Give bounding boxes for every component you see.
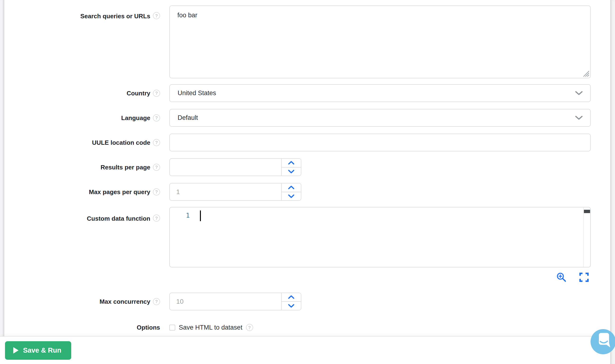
options-label: Options bbox=[137, 324, 160, 331]
help-icon[interactable]: ? bbox=[153, 215, 160, 222]
country-select-value: United States bbox=[178, 90, 216, 97]
chevron-down-icon bbox=[288, 170, 294, 173]
help-icon[interactable]: ? bbox=[153, 12, 160, 19]
stepper-down-button[interactable] bbox=[282, 192, 301, 200]
code-editor[interactable]: 1 bbox=[169, 207, 591, 267]
results-per-page-value[interactable] bbox=[170, 159, 282, 176]
field-row-results-per-page: Results per page ? bbox=[4, 158, 610, 176]
country-select[interactable]: United States bbox=[169, 84, 591, 102]
stepper-down-button[interactable] bbox=[282, 301, 301, 310]
results-per-page-input bbox=[169, 158, 301, 176]
help-icon[interactable]: ? bbox=[153, 298, 160, 305]
help-icon[interactable]: ? bbox=[153, 90, 160, 97]
zoom-in-button[interactable] bbox=[556, 272, 567, 283]
chat-launcher-button[interactable] bbox=[590, 329, 615, 354]
field-row-custom-data-function: Custom data function ? 1 bbox=[4, 207, 610, 293]
chevron-down-icon bbox=[575, 116, 583, 120]
play-icon bbox=[13, 347, 18, 353]
save-html-checkbox[interactable] bbox=[169, 325, 175, 331]
max-pages-value[interactable]: 1 bbox=[170, 183, 282, 200]
custom-data-function-label: Custom data function bbox=[87, 215, 150, 222]
results-per-page-label: Results per page bbox=[100, 163, 150, 171]
actor-input-form-page: Search queries or URLs ? foo bar bbox=[0, 0, 615, 364]
chevron-up-icon bbox=[288, 161, 294, 165]
uule-label: UULE location code bbox=[92, 139, 150, 147]
resize-handle-icon[interactable] bbox=[582, 70, 589, 77]
field-row-language: Language ? Default bbox=[4, 109, 610, 127]
text-cursor bbox=[200, 210, 201, 221]
field-row-country: Country ? United States bbox=[4, 84, 610, 102]
search-queries-textarea[interactable]: foo bar bbox=[169, 5, 591, 78]
minimap-content-bar bbox=[584, 210, 590, 213]
stepper-up-button[interactable] bbox=[282, 183, 301, 192]
input-form-card: Search queries or URLs ? foo bar bbox=[4, 0, 610, 336]
action-bar: Save & Run bbox=[0, 336, 615, 364]
minimap-divider bbox=[583, 208, 584, 267]
page-left-gutter bbox=[0, 0, 4, 336]
zoom-in-icon bbox=[556, 272, 567, 283]
max-pages-input: 1 bbox=[169, 183, 301, 201]
field-row-max-pages: Max pages per query ? 1 bbox=[4, 183, 610, 201]
help-icon[interactable]: ? bbox=[153, 188, 160, 195]
help-icon[interactable]: ? bbox=[246, 324, 253, 331]
language-select-value: Default bbox=[178, 114, 198, 121]
help-icon[interactable]: ? bbox=[153, 139, 160, 146]
max-concurrency-input: 10 bbox=[169, 293, 301, 310]
save-html-checkbox-label[interactable]: Save HTML to dataset bbox=[179, 324, 242, 331]
max-concurrency-value[interactable]: 10 bbox=[170, 293, 282, 310]
editor-actions bbox=[169, 272, 591, 283]
chevron-down-icon bbox=[288, 304, 294, 308]
uule-input[interactable] bbox=[169, 134, 591, 151]
field-row-uule: UULE location code ? bbox=[4, 134, 610, 151]
field-row-options: Options Save HTML to dataset ? bbox=[4, 323, 610, 332]
field-row-search-queries: Search queries or URLs ? foo bar bbox=[4, 5, 610, 78]
chevron-up-icon bbox=[288, 295, 294, 299]
save-and-run-label: Save & Run bbox=[23, 346, 61, 354]
language-select[interactable]: Default bbox=[169, 109, 591, 127]
field-row-max-concurrency: Max concurrency ? 10 bbox=[4, 293, 610, 310]
language-label: Language bbox=[121, 114, 150, 122]
chevron-down-icon bbox=[575, 91, 583, 95]
max-pages-label: Max pages per query bbox=[89, 188, 150, 196]
fullscreen-icon bbox=[579, 273, 589, 282]
help-icon[interactable]: ? bbox=[153, 114, 160, 121]
save-and-run-button[interactable]: Save & Run bbox=[5, 341, 71, 360]
country-label: Country bbox=[127, 89, 150, 97]
max-concurrency-label: Max concurrency bbox=[99, 298, 150, 306]
chat-bubble-icon bbox=[590, 329, 615, 354]
search-queries-label: Search queries or URLs bbox=[80, 12, 150, 20]
stepper-down-button[interactable] bbox=[282, 167, 301, 176]
chevron-up-icon bbox=[288, 186, 294, 189]
stepper-up-button[interactable] bbox=[282, 293, 301, 301]
stepper-up-button[interactable] bbox=[282, 159, 301, 167]
line-number: 1 bbox=[181, 212, 190, 219]
help-icon[interactable]: ? bbox=[153, 164, 160, 171]
page-right-gutter[interactable] bbox=[610, 0, 615, 364]
fullscreen-button[interactable] bbox=[579, 273, 589, 282]
chevron-down-icon bbox=[288, 194, 294, 198]
